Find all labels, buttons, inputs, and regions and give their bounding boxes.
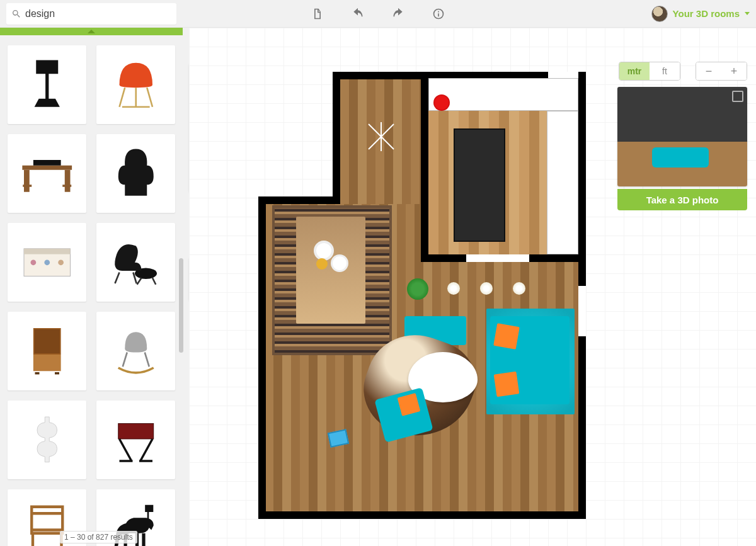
svg-point-3 (44, 259, 50, 265)
user-menu-label: Your 3D rooms (673, 8, 740, 19)
svg-point-2 (30, 259, 36, 265)
wall (258, 196, 266, 518)
svg-rect-7 (33, 355, 61, 371)
unit-imperial[interactable]: ft (650, 62, 680, 80)
cushion (398, 393, 421, 416)
info-icon (432, 8, 445, 20)
floor-lamp (480, 282, 493, 295)
wall (258, 196, 340, 204)
door-gap (578, 286, 586, 336)
undo-button[interactable] (348, 4, 368, 24)
unit-toggle: mtr ft (619, 62, 680, 81)
furniture-item-rocker[interactable] (96, 312, 175, 390)
plate (316, 243, 331, 258)
plate (316, 258, 328, 270)
svg-point-4 (58, 259, 64, 265)
new-document-button[interactable] (307, 4, 328, 24)
svg-line-13 (369, 137, 381, 149)
dining-table (296, 217, 365, 324)
wall (258, 511, 586, 519)
vase-icon (20, 412, 75, 468)
furniture-item-lounge[interactable] (96, 223, 175, 302)
sidebar-collapse[interactable] (0, 28, 183, 35)
svg-line-11 (369, 124, 381, 137)
svg-rect-1 (24, 249, 71, 254)
info-button[interactable] (428, 4, 449, 24)
svg-line-14 (381, 137, 394, 149)
dresser-icon (20, 235, 75, 290)
kitchen-counter-top (428, 78, 578, 111)
floor-lamp (513, 282, 525, 295)
armchair-icon (108, 146, 164, 202)
cushion (493, 323, 520, 350)
furniture-item-dresser[interactable] (8, 223, 86, 302)
pagination-label: 1 – 30 of 827 results (60, 531, 137, 543)
floor-lamp (447, 282, 460, 295)
door-gap (466, 254, 529, 262)
furniture-item-fold-table[interactable] (96, 401, 175, 479)
desk-icon (20, 146, 75, 202)
furniture-sidebar (0, 35, 183, 546)
plant (407, 278, 428, 300)
search-icon (11, 9, 21, 19)
furniture-item-desk[interactable] (8, 134, 86, 213)
user-menu[interactable]: Your 3D rooms (651, 6, 750, 22)
chair-icon (108, 57, 164, 113)
svg-rect-9 (118, 423, 154, 439)
pendant-light (365, 121, 397, 152)
kitchen-island (454, 128, 505, 242)
kitchen-counter-right (547, 111, 578, 254)
svg-line-12 (381, 124, 394, 137)
3d-preview[interactable] (617, 87, 747, 186)
sofa (490, 316, 570, 404)
furniture-item-lamp[interactable] (8, 45, 86, 124)
zoom-out-button[interactable]: − (696, 62, 721, 80)
lamp-icon (20, 57, 75, 113)
fullscreen-icon[interactable] (732, 91, 743, 102)
redo-icon (392, 8, 404, 20)
redo-button[interactable] (388, 4, 408, 24)
unit-metric[interactable]: mtr (619, 62, 650, 80)
furniture-item-armchair[interactable] (96, 134, 175, 213)
floor-plan[interactable] (258, 72, 586, 513)
search-box[interactable] (6, 3, 176, 25)
wall (421, 72, 428, 261)
search-input[interactable] (25, 8, 171, 20)
furniture-item-vase[interactable] (8, 401, 86, 479)
cushion (494, 372, 520, 397)
top-bar: Your 3D rooms (0, 0, 756, 28)
new-document-icon (311, 8, 324, 20)
furniture-item-cabinet[interactable] (8, 312, 86, 390)
lounge-icon (108, 235, 164, 290)
zoom-in-button[interactable]: + (721, 62, 747, 80)
furniture-grid (8, 45, 175, 546)
top-center-tools (307, 4, 449, 24)
chevron-down-icon (745, 12, 750, 15)
rocker-icon (108, 324, 164, 379)
svg-rect-8 (34, 329, 59, 354)
user-avatar (651, 6, 668, 22)
sidebar-scrollbar[interactable] (179, 258, 183, 353)
undo-icon (352, 8, 364, 20)
fold-table-icon (108, 412, 164, 468)
wall (333, 72, 340, 204)
zoom-controls: − + (696, 62, 747, 81)
take-3d-photo-button[interactable]: Take a 3D photo (617, 189, 747, 210)
plate (333, 256, 346, 270)
chevron-up-icon (88, 30, 95, 33)
stool-red (433, 94, 450, 111)
design-canvas[interactable]: mtr ft − + Take a 3D photo (189, 28, 756, 546)
furniture-item-eames-chair[interactable] (96, 45, 175, 124)
cabinet-icon (20, 324, 75, 379)
